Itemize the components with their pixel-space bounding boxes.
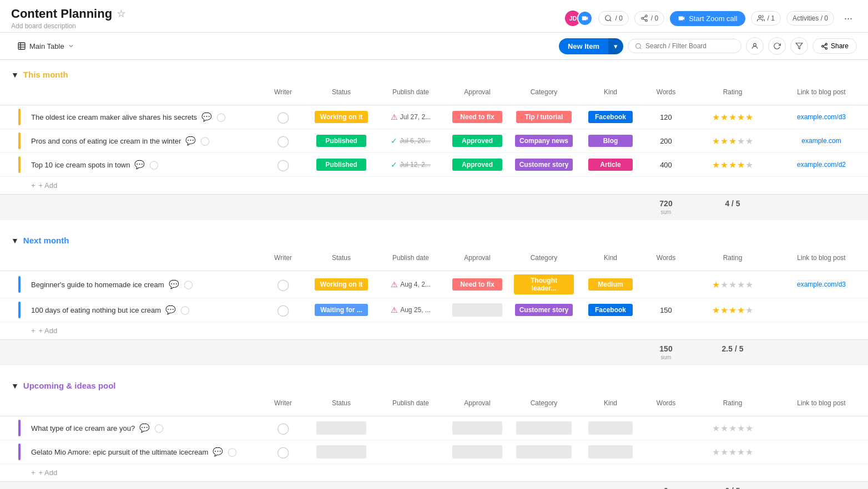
col-kind: Kind: [577, 395, 644, 416]
rating-cell[interactable]: ★★★★★: [688, 420, 777, 437]
persons-btn[interactable]: / 1: [751, 11, 781, 26]
writer-icon[interactable]: ◯: [277, 278, 289, 291]
comment-btn[interactable]: 💬: [139, 423, 150, 433]
item-name-cell: What type of ice cream are you? 💬 ◯: [28, 420, 261, 436]
link-cell[interactable]: [777, 449, 866, 455]
rating-cell[interactable]: ★★★★★: [688, 444, 777, 461]
share-button[interactable]: Share: [813, 38, 857, 54]
status-cell[interactable]: Published: [305, 155, 377, 174]
filter-btn[interactable]: [790, 37, 808, 55]
status-cell[interactable]: Published: [305, 131, 377, 150]
category-cell[interactable]: Thought leader...: [511, 271, 577, 298]
writer-icon[interactable]: ◯: [277, 445, 289, 459]
person-btn[interactable]: ◯: [228, 447, 237, 457]
writer-icon[interactable]: ◯: [277, 110, 289, 124]
kind-cell[interactable]: Facebook: [577, 108, 644, 126]
add-row-btn[interactable]: + + Add: [0, 322, 868, 339]
kind-cell[interactable]: [577, 442, 644, 462]
approval-cell[interactable]: [444, 418, 511, 438]
share-count-btn[interactable]: / 0: [634, 11, 664, 26]
blog-link[interactable]: example.com: [801, 137, 841, 145]
kind-cell[interactable]: Medium: [577, 275, 644, 294]
approval-cell[interactable]: Need to fix: [444, 108, 511, 126]
blog-link[interactable]: example.com/d3: [797, 113, 846, 121]
person-btn[interactable]: ◯: [149, 160, 159, 170]
board-description[interactable]: Add board description: [11, 22, 125, 30]
group-header-next-month[interactable]: ▼ Next month: [0, 231, 868, 249]
status-cell[interactable]: Working on it: [305, 275, 377, 294]
publish-date-cell[interactable]: ⚠ Jul 27, 2...: [377, 109, 444, 125]
search-input[interactable]: [645, 42, 734, 50]
person-btn[interactable]: ◯: [184, 279, 193, 289]
link-cell[interactable]: example.com/d3: [777, 110, 866, 124]
activities-btn[interactable]: Activities / 0: [786, 11, 834, 26]
rating-cell[interactable]: ★★★★★: [688, 156, 777, 174]
rating-cell[interactable]: ★★★★★: [688, 109, 777, 126]
publish-date-cell[interactable]: [377, 449, 444, 455]
rating-cell[interactable]: ★★★★★: [688, 302, 777, 319]
category-cell[interactable]: [511, 418, 577, 438]
person-btn[interactable]: ◯: [180, 305, 190, 315]
star-icon[interactable]: ☆: [117, 8, 125, 20]
publish-date-cell[interactable]: ✓ Jul 12, 2...: [377, 157, 444, 172]
refresh-btn[interactable]: [768, 37, 786, 55]
search-count-btn[interactable]: / 0: [598, 11, 628, 26]
zoom-call-button[interactable]: Start Zoom call: [670, 11, 745, 26]
svg-line-5: [643, 19, 645, 20]
comment-btn[interactable]: 💬: [165, 305, 176, 315]
link-cell[interactable]: [777, 307, 866, 313]
rating-cell[interactable]: ★★★★★: [688, 133, 777, 150]
kind-cell[interactable]: Blog: [577, 131, 644, 150]
link-cell[interactable]: example.com: [777, 134, 866, 148]
group-header-this-month[interactable]: ▼ This month: [0, 65, 868, 84]
blog-link[interactable]: example.com/d3: [797, 281, 846, 288]
writer-icon[interactable]: ◯: [277, 421, 289, 435]
link-cell[interactable]: example.com/d2: [777, 157, 866, 172]
publish-date-cell[interactable]: ✓ Jul 6, 20...: [377, 133, 444, 149]
main-table-btn[interactable]: Main Table: [11, 38, 80, 54]
writer-icon[interactable]: ◯: [277, 158, 289, 171]
approval-cell[interactable]: [444, 442, 511, 462]
kind-cell[interactable]: Article: [577, 155, 644, 174]
blog-link[interactable]: example.com/d2: [797, 161, 846, 169]
category-cell[interactable]: Customer story: [511, 155, 577, 174]
link-cell[interactable]: example.com/d3: [777, 277, 866, 292]
kind-cell[interactable]: Facebook: [577, 300, 644, 319]
publish-date-cell[interactable]: ⚠ Aug 25, ...: [377, 302, 444, 318]
category-cell[interactable]: Customer story: [511, 300, 577, 319]
status-cell[interactable]: [305, 418, 377, 438]
person-filter-btn[interactable]: [746, 37, 764, 55]
approval-cell[interactable]: Approved: [444, 131, 511, 150]
link-cell[interactable]: [777, 425, 866, 431]
comment-btn[interactable]: 💬: [169, 279, 179, 289]
comment-btn[interactable]: 💬: [185, 136, 196, 146]
category-cell[interactable]: [511, 442, 577, 462]
approval-cell[interactable]: Need to fix: [444, 275, 511, 294]
publish-date-cell[interactable]: ⚠ Aug 4, 2...: [377, 277, 444, 292]
category-cell[interactable]: Tip / tutorial: [511, 108, 577, 126]
search-icon: [635, 43, 642, 50]
publish-date-cell[interactable]: [377, 425, 444, 431]
person-btn[interactable]: ◯: [154, 423, 164, 433]
status-cell[interactable]: [305, 442, 377, 462]
comment-btn[interactable]: 💬: [213, 447, 223, 457]
person-btn[interactable]: ◯: [200, 136, 210, 146]
comment-btn[interactable]: 💬: [134, 160, 145, 170]
approval-cell[interactable]: Approved: [444, 155, 511, 174]
writer-icon[interactable]: ◯: [277, 303, 289, 317]
rating-cell[interactable]: ★★★★★: [688, 276, 777, 293]
group-header-upcoming[interactable]: ▼ Upcoming & ideas pool: [0, 376, 868, 395]
new-item-dropdown-button[interactable]: ▾: [608, 38, 623, 54]
add-row-btn[interactable]: + + Add: [0, 177, 868, 194]
more-options-btn[interactable]: ···: [840, 10, 857, 27]
comment-btn[interactable]: 💬: [201, 112, 212, 122]
status-cell[interactable]: Working on it: [305, 108, 377, 126]
add-row-btn[interactable]: + + Add: [0, 464, 868, 481]
writer-icon[interactable]: ◯: [277, 134, 289, 147]
approval-cell[interactable]: [444, 300, 511, 320]
new-item-button[interactable]: New Item: [559, 38, 608, 54]
person-btn[interactable]: ◯: [216, 112, 226, 122]
kind-cell[interactable]: [577, 418, 644, 438]
status-cell[interactable]: Waiting for ...: [305, 300, 377, 319]
category-cell[interactable]: Company news: [511, 131, 577, 150]
